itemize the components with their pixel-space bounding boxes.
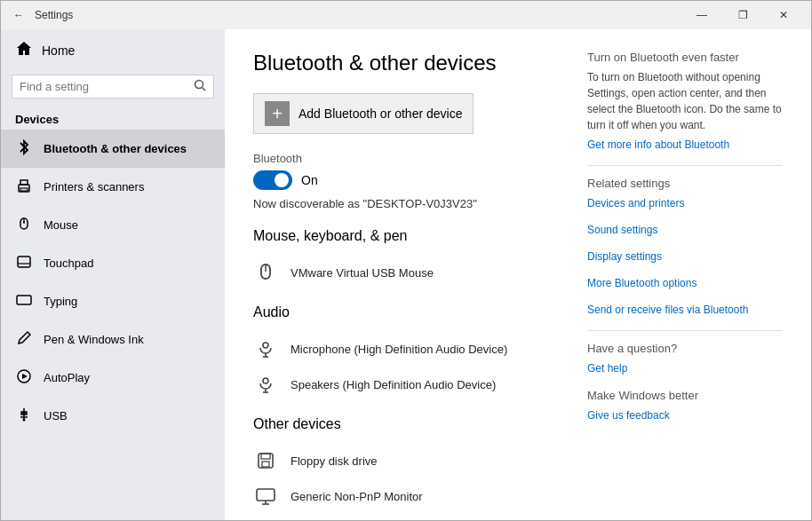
right-panel: Turn on Bluetooth even faster To turn on… [587, 51, 783, 499]
bluetooth-section-label: Bluetooth [253, 152, 559, 165]
related-link-1[interactable]: Sound settings [587, 224, 783, 236]
related-link-0[interactable]: Devices and printers [587, 197, 783, 209]
svg-rect-3 [20, 180, 28, 185]
svg-point-20 [263, 343, 268, 348]
bluetooth-icon [15, 138, 33, 159]
back-button[interactable]: ← [8, 4, 29, 26]
sidebar-item-touchpad[interactable]: Touchpad [1, 244, 225, 282]
sidebar-item-mouse[interactable]: Mouse [1, 206, 225, 244]
divider-1 [587, 165, 783, 166]
get-help-link[interactable]: Get help [587, 362, 783, 375]
svg-point-0 [195, 81, 203, 89]
sidebar-item-usb[interactable]: USB [1, 397, 225, 435]
svg-rect-27 [261, 454, 270, 459]
svg-rect-28 [262, 462, 269, 467]
bluetooth-toggle-row: On [253, 170, 559, 190]
tip-link[interactable]: Get more info about Bluetooth [587, 138, 783, 151]
sidebar-item-bluetooth[interactable]: Bluetooth & other devices [1, 130, 225, 168]
discoverable-text: Now discoverable as "DESKTOP-V0J3V23" [253, 197, 559, 210]
page-title: Bluetooth & other devices [253, 51, 559, 75]
usb-icon [15, 406, 33, 426]
main-left: Bluetooth & other devices + Add Bluetoot… [253, 51, 559, 499]
device-item-mouse: VMware Virtual USB Mouse [253, 255, 559, 290]
search-box [12, 75, 214, 99]
add-device-button[interactable]: + Add Bluetooth or other device [253, 93, 474, 134]
main-content: Bluetooth & other devices + Add Bluetoot… [225, 29, 811, 520]
home-icon [15, 40, 33, 60]
related-link-4[interactable]: Send or receive files via Bluetooth [587, 304, 783, 316]
svg-point-7 [23, 221, 25, 223]
related-link-3[interactable]: More Bluetooth options [587, 277, 783, 289]
sidebar-item-home[interactable]: Home [1, 29, 225, 71]
device-item-floppy: Floppy disk drive [253, 443, 559, 478]
add-icon: + [265, 101, 290, 126]
titlebar-title: Settings [29, 9, 681, 21]
sidebar-item-touchpad-label: Touchpad [44, 257, 93, 270]
sidebar-section-label: Devices [1, 106, 225, 130]
bluetooth-toggle[interactable] [253, 170, 292, 190]
device-item-microphone: Microphone (High Definition Audio Device… [253, 331, 559, 367]
monitor-device-name: Generic Non-PnP Monitor [291, 490, 423, 503]
svg-rect-4 [20, 188, 28, 191]
feedback-heading: Make Windows better [587, 389, 783, 402]
home-label: Home [42, 43, 75, 58]
microphone-device-name: Microphone (High Definition Audio Device… [291, 343, 507, 356]
feedback-link[interactable]: Give us feedback [587, 409, 783, 422]
svg-rect-29 [257, 489, 275, 501]
svg-point-17 [23, 419, 26, 422]
svg-rect-10 [17, 296, 31, 304]
svg-marker-16 [22, 374, 28, 379]
question-heading: Have a question? [587, 342, 783, 355]
related-link-2[interactable]: Display settings [587, 250, 783, 263]
related-heading: Related settings [587, 177, 783, 190]
bluetooth-toggle-label: On [301, 173, 318, 187]
sidebar-item-usb-label: USB [44, 409, 68, 422]
printer-icon [15, 177, 33, 197]
close-button[interactable]: ✕ [763, 1, 804, 29]
pen-icon [15, 329, 33, 350]
sidebar-item-typing[interactable]: Typing [1, 282, 225, 320]
mouse-device-icon [253, 260, 278, 285]
sidebar-item-printers-label: Printers & scanners [44, 180, 144, 193]
settings-window: ← Settings — ❐ ✕ Home Devices [0, 0, 812, 521]
content-area: Home Devices Bluetooth & other devices [1, 29, 811, 520]
monitor-icon [253, 484, 278, 509]
touchpad-icon [15, 253, 33, 273]
tip-heading: Turn on Bluetooth even faster [587, 51, 783, 64]
autoplay-icon [15, 367, 33, 388]
toggle-knob [275, 173, 289, 187]
minimize-button[interactable]: — [681, 1, 722, 29]
mouse-icon [15, 215, 33, 235]
device-item-speakers: Speakers (High Definition Audio Device) [253, 367, 559, 402]
audio-icon-mic [253, 336, 278, 361]
speakers-device-name: Speakers (High Definition Audio Device) [291, 378, 496, 391]
sidebar-item-mouse-label: Mouse [44, 218, 78, 232]
sidebar-item-pen-label: Pen & Windows Ink [44, 333, 144, 346]
tip-text: To turn on Bluetooth without opening Set… [587, 69, 783, 133]
typing-icon [15, 291, 33, 312]
svg-rect-8 [18, 257, 30, 267]
audio-icon-speaker [253, 372, 278, 397]
mouse-device-name: VMware Virtual USB Mouse [291, 266, 434, 280]
divider-2 [587, 330, 783, 331]
sidebar-item-autoplay[interactable]: AutoPlay [1, 359, 225, 397]
sidebar: Home Devices Bluetooth & other devices [1, 29, 225, 520]
svg-point-23 [263, 378, 268, 383]
svg-line-1 [203, 88, 206, 91]
sidebar-item-typing-label: Typing [44, 295, 77, 308]
floppy-icon [253, 448, 278, 473]
search-input[interactable] [20, 80, 188, 93]
device-item-monitor: Generic Non-PnP Monitor [253, 478, 559, 514]
sidebar-item-autoplay-label: AutoPlay [44, 371, 90, 384]
category-title-audio: Audio [253, 304, 559, 320]
category-title-mouse: Mouse, keyboard, & pen [253, 228, 559, 244]
titlebar-controls: — ❐ ✕ [681, 1, 804, 29]
titlebar: ← Settings — ❐ ✕ [1, 1, 811, 29]
category-title-other: Other devices [253, 416, 559, 432]
sidebar-item-bluetooth-label: Bluetooth & other devices [44, 142, 187, 155]
sidebar-item-printers[interactable]: Printers & scanners [1, 168, 225, 206]
maximize-button[interactable]: ❐ [722, 1, 763, 29]
add-device-label: Add Bluetooth or other device [299, 107, 462, 121]
search-icon [194, 79, 206, 94]
sidebar-item-pen[interactable]: Pen & Windows Ink [1, 320, 225, 359]
